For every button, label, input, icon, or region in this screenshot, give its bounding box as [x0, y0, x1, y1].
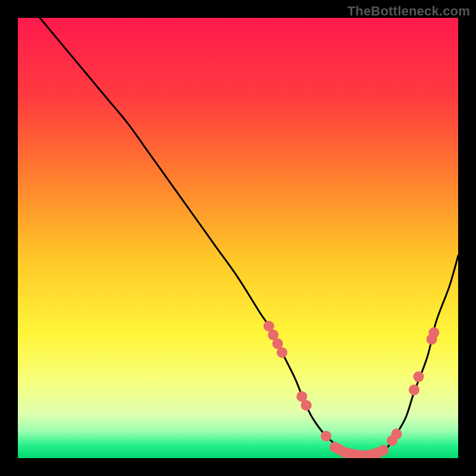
plot-area [18, 18, 458, 458]
watermark-text: TheBottleneck.com [347, 4, 470, 19]
background-gradient [18, 18, 458, 458]
svg-rect-0 [18, 18, 458, 458]
chart-root: TheBottleneck.com [0, 0, 476, 476]
